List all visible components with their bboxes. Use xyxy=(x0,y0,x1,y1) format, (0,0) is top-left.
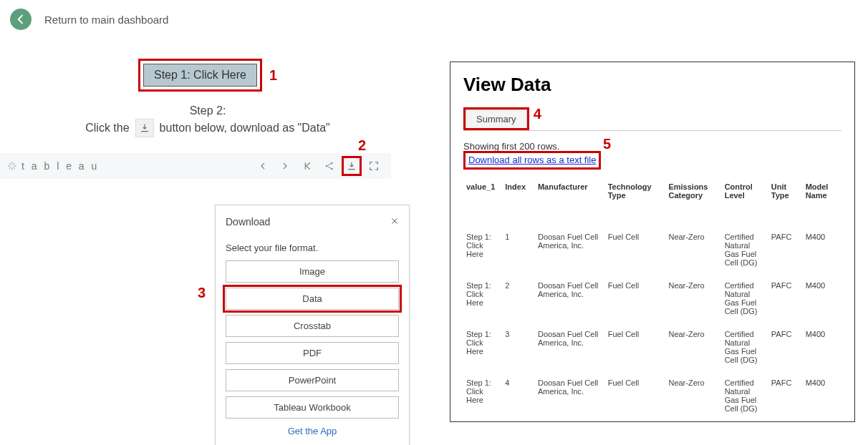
download-option-data[interactable]: Data xyxy=(226,288,399,310)
download-dialog-title: Download xyxy=(226,216,270,228)
download-option-workbook[interactable]: Tableau Workbook xyxy=(226,396,399,419)
download-button[interactable] xyxy=(342,156,362,176)
col-emissions: Emissions Category xyxy=(665,180,721,205)
download-dialog: Download Select your file format. Image … xyxy=(215,205,410,445)
rows-info: Showing first 200 rows. xyxy=(463,141,842,152)
col-value1: value_1 xyxy=(463,180,502,205)
arrow-right-icon xyxy=(279,160,291,172)
step1-button[interactable]: Step 1: Click Here xyxy=(143,64,257,87)
annotation-1: 1 xyxy=(269,67,277,84)
annotation-4: 4 xyxy=(534,106,541,130)
skip-left-icon xyxy=(302,160,313,172)
download-option-crosstab[interactable]: Crosstab xyxy=(226,315,399,337)
svg-point-1 xyxy=(331,162,333,165)
download-option-powerpoint[interactable]: PowerPoint xyxy=(226,369,399,391)
annotation-3: 3 xyxy=(198,285,206,301)
table-row: Step 1: Click Here 3 Doosan Fuel Cell Am… xyxy=(463,323,842,371)
step2-line1: Step 2: xyxy=(0,104,415,117)
get-the-app-link[interactable]: Get the App xyxy=(226,426,399,436)
download-icon xyxy=(140,123,150,133)
fullscreen-button[interactable] xyxy=(364,156,384,176)
tableau-logo-icon xyxy=(7,161,17,171)
svg-point-0 xyxy=(326,165,328,167)
step2-suffix: button below, download as "Data" xyxy=(160,122,330,135)
share-button[interactable] xyxy=(319,156,339,176)
download-icon-inline xyxy=(135,119,154,137)
step2-prefix: Click the xyxy=(85,122,129,135)
table-row: Step 1: Click Here 1 Doosan Fuel Cell Am… xyxy=(463,225,842,274)
col-index: Index xyxy=(502,180,535,205)
share-icon xyxy=(324,160,335,172)
fullscreen-icon xyxy=(368,160,380,172)
view-data-title: View Data xyxy=(463,74,842,96)
table-row: Step 1: Click Here 2 Doosan Fuel Cell Am… xyxy=(463,274,842,323)
annotation-box-5: Download all rows as a text file xyxy=(463,151,601,170)
col-manufacturer: Manufacturer xyxy=(535,180,605,205)
back-button[interactable] xyxy=(10,9,32,30)
col-model: Model Name xyxy=(803,180,842,205)
download-option-pdf[interactable]: PDF xyxy=(226,342,399,364)
download-icon xyxy=(347,161,357,171)
col-unit: Unit Type xyxy=(768,180,803,205)
annotation-box-4: Summary xyxy=(463,107,529,130)
return-link[interactable]: Return to main dashboard xyxy=(44,14,168,26)
table-row: Step 1: Click Here 4 Doosan Fuel Cell Am… xyxy=(463,371,842,417)
view-data-panel: View Data Summary 4 Showing first 200 ro… xyxy=(450,62,855,422)
download-subtitle: Select your file format. xyxy=(226,243,399,253)
tab-summary[interactable]: Summary xyxy=(466,109,527,128)
reset-button[interactable] xyxy=(297,156,317,176)
annotation-5: 5 xyxy=(603,136,611,152)
download-all-rows-link[interactable]: Download all rows as a text file xyxy=(468,155,596,165)
data-table: value_1 Index Manufacturer Technology Ty… xyxy=(463,180,842,417)
arrow-left-icon xyxy=(257,160,269,172)
col-control: Control Level xyxy=(722,180,768,205)
undo-button[interactable] xyxy=(253,156,273,176)
arrow-left-icon xyxy=(15,14,26,25)
svg-point-2 xyxy=(331,168,333,170)
download-option-image[interactable]: Image xyxy=(226,260,399,283)
annotation-2: 2 xyxy=(358,137,366,154)
table-header-row: value_1 Index Manufacturer Technology Ty… xyxy=(463,180,842,205)
redo-button[interactable] xyxy=(275,156,295,176)
tableau-logo: t a b l e a u xyxy=(7,160,99,172)
close-icon xyxy=(390,217,399,225)
close-button[interactable] xyxy=(390,215,399,228)
annotation-box-1: Step 1: Click Here xyxy=(138,59,262,92)
tableau-toolbar: t a b l e a u xyxy=(0,153,391,179)
col-tech-type: Technology Type xyxy=(605,180,666,205)
